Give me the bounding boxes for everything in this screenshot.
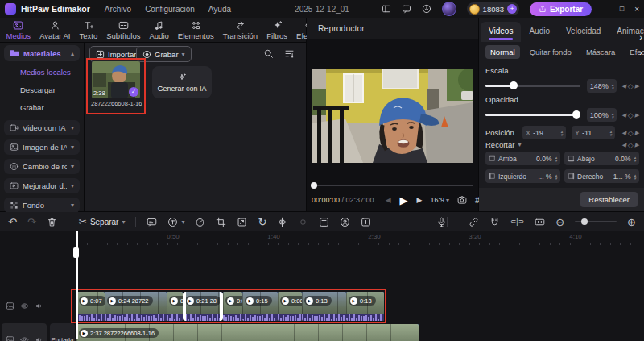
generate-ai-button[interactable]: Generar con IA [152, 66, 212, 98]
close-icon[interactable]: × [634, 5, 639, 14]
feedback-icon[interactable] [402, 4, 411, 14]
text-tool-button[interactable]: ▾ [167, 217, 184, 227]
crop-field-abajo[interactable]: Abajo0.0% ▴▾ [564, 152, 639, 165]
zoom-slider[interactable] [575, 221, 617, 223]
aspect-ratio-select[interactable]: 16:9▾ [430, 196, 449, 204]
next-frame-icon[interactable]: ▶ [417, 196, 423, 204]
link-button[interactable] [469, 217, 479, 227]
props-tab-velocidad[interactable]: Velocidad [558, 22, 609, 42]
speaker-icon[interactable] [35, 301, 43, 310]
stepper[interactable]: ▴▾ [612, 83, 614, 89]
credits-badge[interactable]: 18083 + [467, 2, 519, 15]
track-thumb-icon[interactable] [6, 335, 14, 341]
menu-item-configuración[interactable]: Configuración [145, 5, 195, 14]
layout-panel-icon[interactable] [382, 4, 391, 14]
sidebar-group-mejoradord[interactable]: Mejorador d...▾ [4, 178, 80, 193]
avatar-circle-button[interactable] [340, 217, 350, 227]
video-preview[interactable] [312, 69, 473, 163]
zoom-in-button[interactable]: ⊕ [627, 217, 636, 227]
tab-avatar-ai[interactable]: Avatar AI [35, 18, 75, 42]
menu-item-ayuda[interactable]: Ayuda [208, 5, 231, 14]
tab-audio[interactable]: Audio [145, 18, 173, 42]
keyframe-controls[interactable]: ◀◇▶ [621, 141, 639, 149]
stepper[interactable]: ▴▾ [560, 130, 563, 136]
search-icon[interactable] [263, 48, 274, 59]
snapshot-icon[interactable] [457, 195, 467, 205]
subtitle-button[interactable] [147, 217, 157, 227]
play-button[interactable]: ▶ [400, 194, 408, 206]
crop-field-izquierdo[interactable]: Izquierdo... % ▴▾ [485, 169, 560, 183]
add-credits-icon[interactable]: + [507, 4, 517, 14]
chevron-right-icon[interactable]: › [639, 32, 642, 42]
tab-filtros[interactable]: Filtros [262, 18, 292, 42]
transform-button[interactable] [237, 217, 247, 227]
eye-icon[interactable] [20, 335, 29, 341]
sidebar-group-materiales[interactable]: Materiales ▴ [4, 45, 80, 61]
sidebar-item-grabar[interactable]: Grabar [4, 98, 80, 116]
chevron-right-icon[interactable]: › [639, 48, 642, 57]
reverse-button[interactable]: ↻ [258, 217, 266, 227]
mirror-button[interactable] [277, 217, 287, 227]
timeline-ruler[interactable]: 0:501:402:303:204:10 [0, 231, 644, 247]
opacity-value[interactable]: 100% ▴▾ [587, 108, 617, 122]
undo-button[interactable]: ↶ [8, 217, 17, 227]
freeze-frame-button[interactable] [361, 217, 371, 227]
sidebar-group-videoconia[interactable]: Video con IA▾ [4, 120, 80, 135]
progress-knob[interactable] [311, 182, 317, 189]
crop-field-arriba[interactable]: Arriba0.0% ▴▾ [485, 152, 560, 165]
tab-subtítulos[interactable]: Subtítulos [102, 18, 145, 42]
props-tab-audio[interactable]: Audio [521, 22, 558, 42]
playback-progress-bar[interactable] [312, 185, 473, 186]
user-avatar[interactable] [442, 2, 456, 16]
zoom-out-button[interactable]: ⊖ [555, 217, 564, 227]
track-thumb-icon[interactable] [6, 301, 14, 310]
reset-button[interactable]: Restablecer [580, 192, 638, 207]
timeline-clip[interactable]: ▶ 0:07 [76, 292, 105, 321]
minimize-icon[interactable]: – [605, 5, 609, 14]
magnet-button[interactable] [489, 217, 500, 227]
sort-icon[interactable] [284, 48, 295, 59]
speed-button[interactable] [195, 217, 205, 227]
crop-field-derecho[interactable]: Derecho1... % ▴▾ [564, 169, 639, 183]
props-subtab-quitar-fondo[interactable]: Quitar fondo [525, 45, 576, 59]
sidebar-item-medios-locales[interactable]: Medios locales [4, 63, 80, 81]
timeline-clip[interactable]: ▶ 0:15 [242, 292, 278, 321]
stepper[interactable]: ▴▾ [609, 130, 612, 136]
position-y-field[interactable]: Y -11 ▴▾ [572, 126, 615, 139]
sidebar-group-cambiodero[interactable]: Cambio de ro...▾ [4, 159, 80, 174]
ripple-button[interactable]: ⊂|⊃ [510, 218, 524, 226]
crop-header[interactable]: Recortar ▾ ◀◇▶ [485, 140, 639, 149]
opacity-slider[interactable] [485, 114, 580, 116]
menu-item-archivo[interactable]: Archivo [105, 5, 131, 14]
scale-value[interactable]: 148% ▴▾ [587, 79, 617, 93]
timeline-clip[interactable]: ▶ 0:21 28 [183, 292, 223, 321]
playhead-handle[interactable] [73, 247, 79, 258]
trash-button[interactable] [47, 217, 57, 227]
scissors-button[interactable]: ✂Separar▾ [79, 217, 126, 227]
maximize-icon[interactable]: □ [620, 5, 624, 14]
cover-button[interactable]: Portada [50, 323, 75, 341]
position-x-field[interactable]: X -19 ▴▾ [522, 126, 566, 139]
props-tab-videos[interactable]: Videos [481, 22, 521, 42]
prev-frame-icon[interactable]: ◀ [386, 196, 391, 204]
stepper[interactable]: ▴▾ [612, 112, 614, 119]
sidebar-item-descargar[interactable]: Descargar [4, 81, 80, 98]
timeline-clip[interactable]: ▶ 0:06 [223, 292, 242, 321]
props-subtab-máscara[interactable]: Máscara [581, 45, 620, 59]
export-button[interactable]: Exportar [530, 2, 592, 16]
keyframe-controls[interactable]: ◀◇▶ [621, 82, 639, 90]
download-icon[interactable] [422, 4, 431, 14]
timeline-clip[interactable]: ▶ 0:24 28722 [105, 292, 167, 321]
timeline-clip[interactable]: ▶ 0:13 [302, 292, 346, 321]
tab-transición[interactable]: Transición [218, 18, 262, 42]
stepper[interactable]: ▴▾ [555, 173, 557, 180]
mic-button[interactable] [436, 217, 447, 227]
keyframe-controls[interactable]: ◀◇▶ [621, 129, 639, 137]
sticker-text-button[interactable] [319, 217, 329, 227]
tab-elementos[interactable]: Elementos [173, 18, 218, 42]
stepper[interactable]: ▴▾ [634, 173, 636, 180]
crop-button[interactable] [216, 217, 226, 227]
tab-texto[interactable]: Texto [75, 18, 102, 42]
fit-button[interactable] [535, 217, 545, 227]
tab-medios[interactable]: Medios [2, 18, 35, 42]
